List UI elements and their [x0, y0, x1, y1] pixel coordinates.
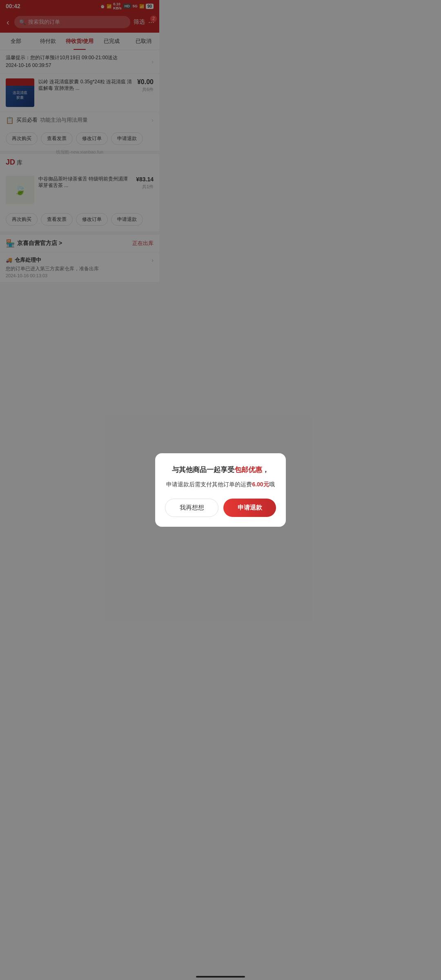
modal-overlay: 与其他商品一起享受包邮优惠， 申请退款后需支付其他订单的运费6.00元哦 我再想…: [0, 0, 159, 351]
